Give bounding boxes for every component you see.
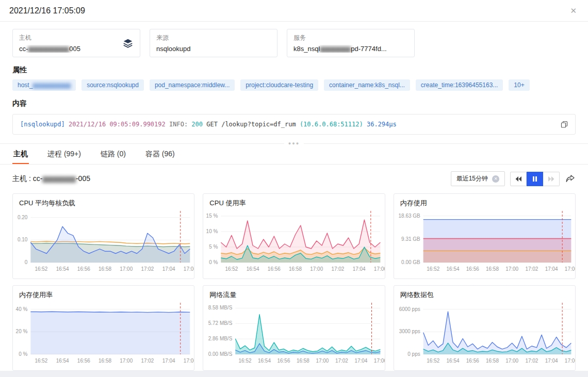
info-card-host-label: 主机	[19, 34, 80, 42]
svg-text:16:58: 16:58	[297, 358, 309, 364]
svg-text:17:06: 17:06	[565, 358, 575, 364]
svg-text:17:00: 17:00	[311, 266, 323, 272]
svg-text:16:56: 16:56	[77, 358, 90, 364]
svg-text:17:04: 17:04	[162, 358, 175, 364]
chart-plot[interactable]: 0.00 MB/S2.86 MB/S5.72 MB/S8.58 MB/S16:5…	[203, 301, 384, 369]
chart-title: 内存使用	[394, 199, 575, 209]
tab-3[interactable]: 容器 (96)	[144, 144, 176, 164]
attribute-tag-5[interactable]: create_time:16396455163...	[416, 79, 503, 91]
pause-button[interactable]	[527, 172, 543, 186]
masked-text: ▆▆▆▆▆▆▆▆	[32, 81, 71, 89]
content-label: 内容	[12, 99, 576, 108]
time-range-select[interactable]: 最近15分钟 ✕	[451, 171, 505, 186]
chart-title: 网络数据包	[394, 290, 575, 301]
forward-button[interactable]	[543, 172, 560, 186]
svg-text:17:04: 17:04	[353, 266, 366, 272]
svg-text:0.00 GB: 0.00 GB	[401, 259, 420, 265]
resize-handle-icon[interactable]: ●●●	[284, 141, 304, 146]
svg-text:9.31 GB: 9.31 GB	[401, 236, 420, 242]
svg-text:16:54: 16:54	[56, 266, 69, 272]
resize-divider: ●●●	[0, 136, 588, 144]
chart-plot[interactable]: 00.100.2016:5216:5416:5616:5817:0017:021…	[13, 209, 194, 277]
chart-plot[interactable]: 0 pps3000 pps6000 pps16:5216:5416:5616:5…	[394, 301, 575, 369]
svg-text:17:02: 17:02	[141, 358, 154, 364]
toolbar-controls: 最近15分钟 ✕	[451, 171, 576, 186]
svg-text:16:52: 16:52	[239, 358, 252, 364]
svg-text:17:06: 17:06	[374, 266, 384, 272]
info-card-source-label: 来源	[156, 34, 191, 42]
svg-text:5 %: 5 %	[209, 244, 218, 250]
chart-card-0: CPU 平均每核负载00.100.2016:5216:5416:5616:581…	[12, 193, 194, 279]
svg-text:0.10: 0.10	[18, 237, 28, 242]
attribute-tag-3[interactable]: project:cloudcare-testing	[240, 79, 318, 91]
svg-text:17:04: 17:04	[545, 266, 558, 272]
svg-text:2.86 MB/S: 2.86 MB/S	[208, 336, 233, 341]
svg-text:16:54: 16:54	[56, 358, 69, 364]
svg-text:0: 0	[25, 259, 28, 265]
svg-text:17:04: 17:04	[162, 266, 175, 272]
chart-plot[interactable]: 0 %20 %40 %16:5216:5416:5616:5817:0017:0…	[13, 301, 194, 369]
attribute-tag-6[interactable]: 10+	[509, 79, 529, 91]
attribute-tag-2[interactable]: pod_namespace:middlew...	[150, 79, 235, 91]
svg-text:16:58: 16:58	[289, 266, 302, 272]
svg-text:16:58: 16:58	[99, 358, 111, 364]
svg-text:17:06: 17:06	[374, 358, 384, 364]
copy-icon[interactable]	[561, 121, 568, 128]
svg-text:16:56: 16:56	[268, 266, 281, 272]
svg-text:17:06: 17:06	[184, 266, 194, 272]
host-line: 主机 : cc-▆▆▆▆▆▆-005	[12, 174, 90, 184]
tab-2[interactable]: 链路 (0)	[100, 144, 127, 164]
svg-text:16:52: 16:52	[225, 266, 238, 272]
chart-title: 内存使用率	[13, 290, 194, 301]
svg-text:16:54: 16:54	[446, 266, 459, 272]
attribute-tags: host_▆▆▆▆▆▆▆▆source:nsqlookupdpod_namesp…	[12, 79, 576, 91]
attribute-tag-1[interactable]: source:nsqlookupd	[81, 79, 144, 91]
stack-icon[interactable]	[122, 38, 134, 49]
tab-1[interactable]: 进程 (99+)	[46, 144, 82, 164]
modal-header: 2021/12/16 17:05:09 ✕	[0, 0, 588, 22]
svg-text:10 %: 10 %	[206, 228, 218, 234]
tabs: 主机进程 (99+)链路 (0)容器 (96)	[0, 144, 588, 165]
svg-text:3000 pps: 3000 pps	[399, 329, 420, 334]
masked-text: ▆▆▆▆▆▆▆▆	[28, 45, 69, 53]
svg-text:16:54: 16:54	[258, 358, 271, 364]
svg-text:16:58: 16:58	[99, 266, 111, 272]
playback-controls	[510, 172, 560, 186]
rewind-button[interactable]	[510, 172, 527, 186]
svg-text:17:00: 17:00	[120, 358, 133, 364]
rewind-icon	[515, 176, 522, 182]
svg-text:16:56: 16:56	[277, 358, 290, 364]
info-card-host-value: cc-▆▆▆▆▆▆▆▆005	[19, 45, 80, 53]
svg-text:0 %: 0 %	[209, 259, 218, 265]
svg-text:8.58 MB/S: 8.58 MB/S	[208, 305, 233, 310]
attribute-tag-4[interactable]: container_name:k8s_nsql...	[324, 79, 410, 91]
svg-text:17:06: 17:06	[565, 266, 575, 272]
chart-plot[interactable]: 0 %5 %10 %15 %16:5216:5416:5616:5817:001…	[203, 209, 384, 277]
log-text: [nsqlookupd] 2021/12/16 09:05:09.990192 …	[20, 121, 397, 128]
chart-card-4: 网络流量0.00 MB/S2.86 MB/S5.72 MB/S8.58 MB/S…	[203, 285, 385, 371]
svg-text:17:02: 17:02	[335, 358, 348, 364]
svg-text:40 %: 40 %	[16, 306, 28, 312]
svg-text:17:00: 17:00	[505, 266, 518, 272]
chart-card-2: 内存使用0.00 GB9.31 GB18.63 GB16:5216:5416:5…	[394, 193, 576, 279]
attributes-label: 属性	[12, 65, 576, 75]
tab-0[interactable]: 主机	[12, 144, 29, 164]
svg-text:0.20: 0.20	[18, 215, 28, 220]
svg-text:17:00: 17:00	[120, 266, 133, 272]
svg-text:17:00: 17:00	[316, 358, 329, 364]
time-range-label: 最近15分钟	[456, 174, 488, 183]
chart-plot[interactable]: 0.00 GB9.31 GB18.63 GB16:5216:5416:5616:…	[394, 209, 575, 277]
svg-text:17:04: 17:04	[355, 358, 368, 364]
close-icon[interactable]: ✕	[568, 5, 579, 17]
svg-text:15 %: 15 %	[206, 213, 218, 219]
svg-text:16:56: 16:56	[466, 358, 479, 364]
clear-time-icon[interactable]: ✕	[492, 175, 499, 183]
svg-text:16:52: 16:52	[35, 358, 47, 364]
attribute-tag-0[interactable]: host_▆▆▆▆▆▆▆▆	[12, 79, 76, 91]
svg-text:16:54: 16:54	[247, 266, 259, 272]
svg-text:16:54: 16:54	[446, 358, 459, 364]
share-button[interactable]	[565, 173, 576, 185]
svg-text:5.72 MB/S: 5.72 MB/S	[208, 320, 233, 326]
svg-text:16:52: 16:52	[35, 266, 47, 272]
svg-text:17:00: 17:00	[505, 358, 518, 364]
